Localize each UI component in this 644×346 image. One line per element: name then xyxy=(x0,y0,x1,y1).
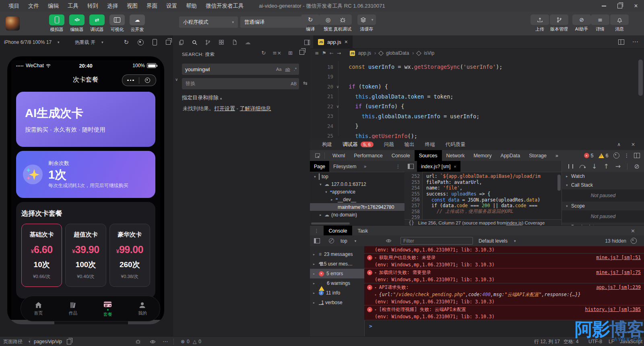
refresh-search-icon[interactable]: ↻ xyxy=(261,50,266,56)
avatar[interactable] xyxy=(6,16,20,31)
source-control-icon[interactable] xyxy=(204,39,211,45)
tab-app-js[interactable]: JS app.js × xyxy=(313,35,353,48)
close-tab-icon[interactable]: × xyxy=(454,164,456,169)
toolbar-cloud-dev[interactable]: ☁云开发 xyxy=(127,14,147,33)
cloud-panel-icon[interactable]: ☁ xyxy=(244,39,251,45)
search-input[interactable]: youmingwl Aa ab .* xyxy=(182,64,299,75)
section-call-stack[interactable]: ▾Call Stack xyxy=(562,181,644,190)
step-over-icon[interactable] xyxy=(580,165,585,168)
tab-我的[interactable]: 我的 xyxy=(125,296,160,321)
more-actions-icon[interactable]: ··· xyxy=(632,38,638,46)
menu-帮助[interactable]: 帮助 xyxy=(182,0,201,12)
package-超值次卡[interactable]: 超值次卡¥39.90100次¥0.40/次 xyxy=(65,224,106,287)
console-settings-icon[interactable] xyxy=(631,238,637,244)
close-panel-icon[interactable]: × xyxy=(631,142,635,147)
breadcrumb-symbol[interactable]: globalData xyxy=(386,50,409,56)
devtools-tab-Wxml[interactable]: Wxml xyxy=(328,150,349,161)
section-watch[interactable]: ▸Watch xyxy=(562,172,644,181)
console-filter-input[interactable]: Filter xyxy=(400,237,473,245)
device-selector[interactable]: iPhone 6/7/8 100% 17▾ xyxy=(0,39,64,45)
menu-编辑[interactable]: 编辑 xyxy=(43,0,63,12)
tab-套餐[interactable]: 套餐 xyxy=(91,296,125,321)
problems-warnings[interactable]: △0 xyxy=(193,337,201,346)
more-tabs-icon[interactable]: » xyxy=(551,150,563,161)
devtools-tab-Console[interactable]: Console xyxy=(387,150,415,161)
panel-tab-代码质量[interactable]: 代码质量 xyxy=(446,141,466,148)
toolbar-visual[interactable]: 可视化 xyxy=(107,14,127,33)
show-console-sidebar-icon[interactable] xyxy=(314,238,320,243)
more-menu-icon[interactable] xyxy=(122,80,139,81)
code-area[interactable]: 18 const userInfo = wx.getStorageSync('u… xyxy=(310,58,644,139)
more-tabs-icon[interactable]: » xyxy=(363,164,366,169)
outline-icon[interactable]: ≡ xyxy=(315,50,319,56)
tree-node-appservice[interactable]: ▾appservice xyxy=(310,188,405,196)
tree-node-(no domain)[interactable]: ▸☁(no domain) xyxy=(310,211,405,218)
drag-handle-icon[interactable]: ⋮ xyxy=(314,228,320,234)
regex-icon[interactable]: .* xyxy=(294,67,297,72)
replace-input[interactable]: 替换 AB xyxy=(182,78,299,89)
filter-5-errors[interactable]: ▸×5 errors xyxy=(310,269,364,278)
tree-node-__dev__[interactable]: ▸__dev__ xyxy=(310,196,405,203)
inspect-element-icon[interactable] xyxy=(315,153,320,159)
editor-scrollbar[interactable] xyxy=(638,60,643,96)
source-location-link[interactable]: mine.js? [sm]:51 xyxy=(596,255,641,260)
panel-tab-输出[interactable]: 输出 xyxy=(405,141,415,148)
tree-node-mainframe?t=1762942780[interactable]: mainframe?t=1762942780 xyxy=(310,203,405,211)
close-miniprogram-icon[interactable] xyxy=(139,78,156,83)
sources-tab-Filesystem[interactable]: Filesystem xyxy=(329,161,360,172)
open-in-editor-icon[interactable]: ⊞ xyxy=(288,50,293,56)
menu-项目[interactable]: 项目 xyxy=(4,0,24,12)
nav-forward-icon[interactable]: → xyxy=(337,50,341,56)
deactivate-breakpoints-icon[interactable]: ⊘ xyxy=(634,163,639,170)
menu-设置[interactable]: 设置 xyxy=(162,0,182,12)
log-levels-dropdown[interactable]: Default levels▾ xyxy=(479,238,516,244)
pretty-print-icon[interactable]: {} xyxy=(409,220,414,226)
more-options-icon[interactable]: ⋮ xyxy=(396,164,400,169)
panel-tab-问题[interactable]: 问题 xyxy=(384,141,394,148)
toolbar-debugger[interactable]: ⇄调试器 xyxy=(87,14,107,33)
split-editor-icon[interactable] xyxy=(618,39,624,45)
sources-tab-Page[interactable]: Page xyxy=(310,161,329,172)
context-selector[interactable]: top▾ xyxy=(341,238,386,244)
bookmark-icon[interactable]: ⚑ xyxy=(322,50,326,56)
step-into-icon[interactable]: ↓ xyxy=(592,163,597,170)
devtools-tab-Storage[interactable]: Storage xyxy=(524,150,551,161)
filter-11-info[interactable]: ▸i11 info xyxy=(310,288,364,298)
preserve-case-icon[interactable]: AB xyxy=(291,81,297,86)
menu-界面[interactable]: 界面 xyxy=(142,0,162,12)
collapse-panel-icon[interactable]: ∧ xyxy=(617,142,621,147)
toolbar-clear-cache[interactable]: ▾清缓存 xyxy=(357,14,376,32)
tree-scrollbar[interactable] xyxy=(311,222,350,224)
tab-index-js[interactable]: index.js? [sm] × xyxy=(417,161,460,172)
menu-视图[interactable]: 视图 xyxy=(122,0,142,12)
more-status-icon[interactable]: ··· xyxy=(163,337,168,346)
console-error-row[interactable]: (env: Windows,mp,1.06.2310071; lib: 3.10… xyxy=(364,246,644,253)
toolbar-version[interactable]: 版本管理 xyxy=(550,14,568,32)
mode-dropdown[interactable]: 小程序模式▾ xyxy=(179,16,238,28)
devtools-tab-Performance[interactable]: Performance xyxy=(349,150,387,161)
panel-tab-构建[interactable]: 构建 xyxy=(322,141,332,148)
menu-转到[interactable]: 转到 xyxy=(83,0,103,12)
stop-icon[interactable] xyxy=(138,39,144,45)
close-drawer-icon[interactable]: × xyxy=(631,228,635,234)
toolbar-message[interactable]: 消息 xyxy=(610,14,629,32)
tab-作品[interactable]: 作品 xyxy=(56,296,90,321)
clear-console-icon[interactable] xyxy=(329,238,334,243)
devtools-tab-Memory[interactable]: Memory xyxy=(469,150,496,161)
toggle-replace-icon[interactable]: ∨ xyxy=(175,77,178,82)
match-case-icon[interactable]: Aa xyxy=(276,67,281,72)
menu-工具[interactable]: 工具 xyxy=(63,0,83,12)
mapped-file-link[interactable]: index.js xyxy=(506,220,522,225)
source-location-link[interactable]: app.js? [sm]:239 xyxy=(596,284,641,290)
breadcrumb-symbol[interactable]: isVip xyxy=(424,50,434,56)
tree-node-top[interactable]: ▾top xyxy=(310,173,405,180)
clear-results-icon[interactable]: ≡× xyxy=(272,50,281,56)
panel-tab-调试器[interactable]: 调试器5, 6 xyxy=(343,141,374,148)
restart-icon[interactable]: ↻ xyxy=(124,39,129,46)
more-options-icon[interactable]: ⋮ xyxy=(624,152,630,159)
devtools-tab-Sources[interactable]: Sources xyxy=(415,150,442,161)
section-scope[interactable]: ▾Scope xyxy=(562,202,644,211)
warning-count[interactable]: 6 xyxy=(599,153,609,159)
collapse-results-icon[interactable] xyxy=(299,50,304,56)
extensions-icon[interactable] xyxy=(218,39,225,45)
